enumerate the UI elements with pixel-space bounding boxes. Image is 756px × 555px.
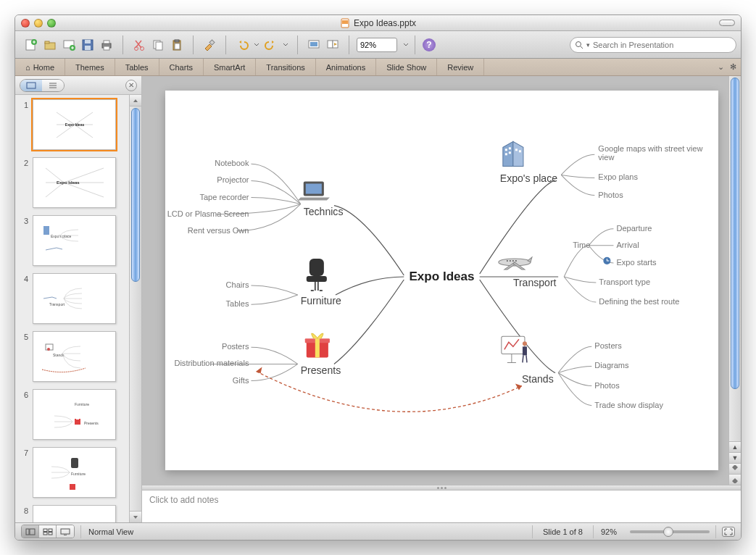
save-button[interactable] — [79, 36, 96, 54]
slide-thumbnail-1[interactable]: Expo Ideas — [33, 99, 116, 150]
help-button[interactable]: ? — [423, 38, 436, 51]
svg-rect-9 — [85, 40, 91, 43]
slide-thumbnail-4[interactable]: Transport — [33, 273, 116, 324]
svg-text:Departure: Departure — [616, 224, 652, 233]
play-from-start-button[interactable] — [324, 36, 341, 54]
view-mode-toggle — [20, 79, 65, 92]
svg-rect-23 — [310, 42, 317, 46]
slide-thumbnail-5[interactable]: Stands — [33, 331, 116, 382]
minimize-window-button[interactable] — [34, 19, 43, 28]
svg-text:Presents: Presents — [84, 421, 99, 425]
next-slide-button[interactable] — [729, 474, 741, 485]
tab-smartart[interactable]: SmartArt — [204, 59, 256, 75]
cut-button[interactable] — [130, 36, 148, 54]
main-toolbar: ? ▾ — [15, 31, 741, 59]
zoom-slider-knob[interactable] — [663, 527, 673, 537]
toolbar-toggle-button[interactable] — [719, 20, 735, 26]
svg-rect-92 — [523, 346, 527, 355]
undo-button[interactable] — [233, 36, 251, 54]
tab-transitions[interactable]: Transitions — [256, 59, 315, 75]
zoom-percent[interactable]: 92% — [594, 527, 624, 536]
tab-charts[interactable]: Charts — [159, 59, 204, 75]
slide-thumbnail-6[interactable]: FurniturePresents — [33, 389, 116, 440]
svg-text:Transport: Transport — [513, 277, 557, 288]
thumbnail-list: 1Expo Ideas 2Expo Ideas 3Expo's place 4T… — [15, 95, 129, 522]
close-panel-button[interactable]: ✕ — [125, 80, 137, 91]
svg-text:Posters: Posters — [222, 342, 249, 351]
notes-pane[interactable]: Click to add notes — [142, 491, 741, 522]
svg-text:Expo Ideas: Expo Ideas — [65, 122, 84, 127]
zoom-slider[interactable] — [630, 530, 710, 533]
slide-canvas-area[interactable]: Expo Ideas — [142, 76, 728, 485]
zoom-dropdown[interactable] — [402, 40, 410, 50]
svg-text:Photos: Photos — [594, 381, 620, 390]
svg-rect-68 — [505, 153, 507, 155]
fit-to-window-button[interactable] — [722, 527, 735, 537]
ribbon-collapse-icon[interactable]: ⌄ — [718, 62, 724, 72]
scroll-down-button[interactable]: ▼ — [729, 452, 741, 463]
undo-dropdown[interactable] — [252, 36, 261, 54]
slide-show-button[interactable] — [305, 36, 323, 54]
svg-text:Technics: Technics — [304, 206, 344, 217]
open-button[interactable] — [41, 36, 59, 54]
close-window-button[interactable] — [21, 19, 30, 28]
svg-text:Expo's place: Expo's place — [500, 172, 557, 184]
slide-thumbnail-3[interactable]: Expo's place — [33, 215, 116, 266]
svg-rect-54 — [310, 259, 324, 276]
redo-dropdown[interactable] — [281, 36, 290, 54]
canvas-scrollbar[interactable]: ▲ ▼ — [728, 76, 741, 485]
slideshow-view-button[interactable] — [57, 525, 74, 538]
svg-text:Notebook: Notebook — [215, 159, 249, 167]
scroll-up-button[interactable]: ▲ — [729, 441, 741, 452]
sidebar-scroll-thumb[interactable] — [131, 108, 140, 282]
svg-rect-40 — [71, 458, 78, 468]
svg-rect-66 — [505, 149, 507, 151]
svg-text:Trade show display: Trade show display — [594, 401, 663, 409]
tab-review[interactable]: Review — [437, 59, 484, 75]
slide-thumbnail-7[interactable]: Furniture — [33, 447, 116, 498]
search-icon — [575, 41, 583, 49]
svg-rect-37 — [75, 419, 80, 425]
svg-rect-100 — [43, 529, 47, 532]
svg-rect-67 — [509, 147, 511, 149]
sidebar-scrollbar[interactable] — [129, 95, 141, 522]
svg-rect-20 — [175, 43, 180, 49]
paste-button[interactable] — [168, 36, 186, 54]
notes-splitter[interactable] — [142, 485, 741, 491]
svg-rect-103 — [49, 532, 52, 535]
svg-text:Expo starts: Expo starts — [616, 258, 657, 267]
tab-animations[interactable]: Animations — [316, 59, 376, 75]
outline-view-button[interactable] — [42, 80, 64, 91]
svg-rect-90 — [502, 336, 525, 354]
search-field[interactable]: ▾ — [570, 37, 736, 53]
redo-button[interactable] — [262, 36, 280, 54]
copy-button[interactable] — [149, 36, 167, 54]
tab-themes[interactable]: Themes — [65, 59, 115, 75]
tab-home[interactable]: Home — [15, 59, 65, 75]
thumbnails-view-button[interactable] — [20, 80, 42, 91]
svg-rect-27 — [27, 83, 36, 88]
sorter-view-button[interactable] — [39, 525, 57, 538]
titlebar: Expo Ideas.pptx — [15, 15, 741, 31]
search-input[interactable] — [593, 41, 731, 49]
zoom-window-button[interactable] — [47, 19, 56, 28]
svg-point-26 — [576, 41, 581, 46]
zoom-level-input[interactable] — [357, 38, 397, 52]
svg-text:Expo's place: Expo's place — [51, 234, 71, 238]
tab-slide-show[interactable]: Slide Show — [376, 59, 437, 75]
prev-slide-button[interactable] — [729, 463, 741, 474]
svg-rect-55 — [307, 276, 327, 282]
ribbon-settings-icon[interactable]: ✻ — [730, 62, 736, 72]
slide-thumbnail-8[interactable]: Technics — [33, 505, 116, 522]
normal-view-button[interactable] — [22, 525, 39, 538]
svg-rect-99 — [30, 529, 35, 535]
svg-rect-1 — [342, 20, 348, 24]
new-slide-button[interactable] — [60, 36, 78, 54]
slide-thumbnail-2[interactable]: Expo Ideas — [33, 157, 116, 208]
print-button[interactable] — [98, 36, 115, 54]
canvas-scroll-thumb[interactable] — [731, 78, 739, 389]
format-painter-button[interactable] — [201, 36, 218, 54]
tab-tables[interactable]: Tables — [115, 59, 159, 75]
slide-content[interactable]: Expo Ideas — [165, 91, 718, 470]
new-button[interactable] — [22, 36, 40, 54]
